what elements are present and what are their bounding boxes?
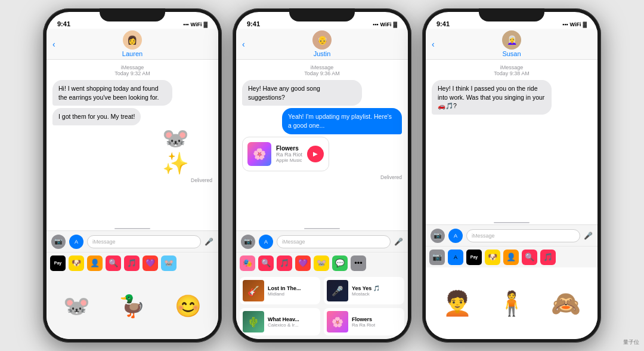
back-button-3[interactable]: ‹ <box>432 39 435 49</box>
battery-icon-3: ▓ <box>583 21 587 27</box>
scroll-indicator-1 <box>114 228 150 229</box>
music-item-4[interactable]: 🌸 Flowers Ra Ra Riot <box>324 308 404 335</box>
header-2: ‹ 👴 Justin <box>236 29 408 60</box>
memoji-3: 🙈 <box>545 282 587 324</box>
status-icons-3: ▪▪▪ WiFi ▓ <box>562 21 587 27</box>
heart-icon[interactable]: 💜 <box>143 255 158 271</box>
input-field-1[interactable]: iMessage <box>87 235 201 248</box>
face-icon[interactable]: 👤 <box>87 255 103 271</box>
music-item-3[interactable]: 🌵 What Heav... Calexico & Ir... <box>240 308 320 335</box>
signal-icon-2: ▪▪▪ <box>373 21 379 27</box>
back-button-2[interactable]: ‹ <box>242 39 245 49</box>
music-bubble[interactable]: 🌸 Flowers Ra Ra Riot Apple Music ▶ <box>242 137 329 171</box>
signal-icon: ▪▪▪ <box>183 21 189 27</box>
input-placeholder-2: iMessage <box>282 239 305 245</box>
avatar-img-3: 👩‍🦳 <box>502 30 521 50</box>
input-field-3[interactable]: iMessage <box>466 229 580 242</box>
camera-app-icon[interactable]: 📷 <box>429 250 445 265</box>
memoji-panel: 🧑‍🦱 🧍 🙈 <box>426 267 597 339</box>
search-app-icon-2[interactable]: 🔍 <box>258 255 274 271</box>
music-thumb-1: 🎸 <box>243 280 264 301</box>
face-app-icon-3[interactable]: 👤 <box>503 250 519 265</box>
status-time-2: 9:41 <box>247 20 260 27</box>
status-time-3: 9:41 <box>436 20 450 27</box>
pay-app-icon[interactable]: Pay <box>466 250 482 265</box>
notch <box>100 8 165 21</box>
voice-icon-1[interactable]: 🎤 <box>205 238 213 246</box>
avatar-2: 👴 <box>312 30 332 50</box>
header-1: ‹ 👩 Lauren <box>47 29 218 60</box>
more-icon[interactable]: ••• <box>351 255 366 271</box>
voice-icon-3[interactable]: 🎤 <box>584 232 593 240</box>
memoji-2: 🧍 <box>491 282 532 324</box>
music-icon[interactable]: 🎵 <box>124 255 140 271</box>
music-item-1[interactable]: 🎸 Lost In The... Midland <box>240 277 320 304</box>
watermark: 量子位 <box>623 338 639 346</box>
avatar-1: 👩 <box>123 30 142 50</box>
input-bar-3: 📷 A iMessage 🎤 <box>426 224 597 246</box>
wifi-icon: WiFi <box>191 21 202 27</box>
phone-susan: 9:41 ▪▪▪ WiFi ▓ ‹ 👩‍🦳 Susan iMessage Tod… <box>422 8 601 343</box>
dog-icon[interactable]: 🐶 <box>69 255 84 271</box>
music-info-4: Flowers Ra Ra Riot <box>352 316 375 328</box>
music-artist: Ra Ra Riot <box>276 152 302 158</box>
appstore-app-icon[interactable]: A <box>448 250 463 265</box>
music-artist-2: Mostack <box>352 291 380 297</box>
music-item-2[interactable]: 🎤 Yes Yes 🎵 Mostack <box>324 277 404 304</box>
contact-name-2[interactable]: Justin <box>314 50 331 57</box>
bubble-app-icon[interactable]: 💬 <box>332 255 348 271</box>
music-app-icon[interactable]: 🎵 <box>277 255 292 271</box>
avatar-3: 👩‍🦳 <box>502 30 521 50</box>
messages-3: iMessage Today 9:38 AM Hey! I think I pa… <box>426 60 597 221</box>
music-app-icon-3[interactable]: 🎵 <box>540 250 556 265</box>
appstore-icon-1[interactable]: A <box>69 235 83 249</box>
bubble-received-2a: Hey! Have any good song suggestions? <box>242 80 362 106</box>
music-info: Flowers Ra Ra Riot Apple Music <box>276 145 302 163</box>
back-button-1[interactable]: ‹ <box>52 39 55 49</box>
input-placeholder-3: iMessage <box>472 233 495 239</box>
scroll-indicator-2 <box>304 228 340 229</box>
music-thumb-4: 🌸 <box>327 311 348 332</box>
mickey-icon[interactable]: 🐭 <box>161 255 177 271</box>
dog-app-icon-3[interactable]: 🐶 <box>485 250 500 265</box>
heart-app-icon[interactable]: 💜 <box>295 255 311 271</box>
imessage-label-2: iMessage Today 9:36 AM <box>242 64 402 76</box>
delivered-2: Delivered <box>242 174 402 180</box>
contact-name-1[interactable]: Lauren <box>122 50 143 57</box>
search-app-icon-3[interactable]: 🔍 <box>522 250 537 265</box>
music-thumb-2: 🎤 <box>327 280 348 301</box>
voice-icon-2[interactable]: 🎤 <box>394 238 403 246</box>
music-info-2: Yes Yes 🎵 Mostack <box>352 285 380 297</box>
search-app-icon[interactable]: 🔍 <box>106 255 121 271</box>
music-info-3: What Heav... Calexico & Ir... <box>268 316 299 328</box>
appstore-icon-3[interactable]: A <box>448 229 463 243</box>
play-button[interactable]: ▶ <box>307 146 324 162</box>
contact-info-1[interactable]: 👩 Lauren <box>122 30 143 57</box>
bubble-received-1a: Hi! I went shopping today and found the … <box>52 80 172 106</box>
camera-icon-2[interactable]: 📷 <box>241 235 255 249</box>
sticker-app-icon[interactable]: 🎭 <box>240 255 255 271</box>
app-row-1: Pay 🐶 👤 🔍 🎵 💜 🐭 <box>47 252 218 273</box>
notch-3 <box>479 8 544 21</box>
contact-name-3[interactable]: Susan <box>502 50 521 57</box>
camera-icon-3[interactable]: 📷 <box>431 229 445 243</box>
imessage-label-3: iMessage Today 9:38 AM <box>432 64 592 76</box>
music-title: Flowers <box>276 145 302 152</box>
applepay-icon[interactable]: Pay <box>50 255 66 271</box>
contact-info-3[interactable]: 👩‍🦳 Susan <box>502 30 521 57</box>
music-title-4: Flowers <box>352 316 375 322</box>
dog-app-icon[interactable]: 🐭 <box>314 255 329 271</box>
status-icons-1: ▪▪▪ WiFi ▓ <box>183 21 208 27</box>
bubble-received-1b: I got them for you. My treat! <box>52 108 141 125</box>
music-info-1: Lost In The... Midland <box>268 285 301 297</box>
music-thumb-3: 🌵 <box>243 311 264 332</box>
bubble-sent-2: Yeah! I'm updating my playlist. Here's a… <box>282 108 402 134</box>
contact-info-2[interactable]: 👴 Justin <box>312 30 332 57</box>
music-title-2: Yes Yes 🎵 <box>352 285 380 291</box>
appstore-icon-2[interactable]: A <box>259 235 273 249</box>
music-artist-3: Calexico & Ir... <box>268 322 299 328</box>
sticker-1: 🐭 <box>56 285 98 327</box>
camera-icon-1[interactable]: 📷 <box>51 235 66 249</box>
sticker-2: 🦆 <box>112 285 153 327</box>
input-field-2[interactable]: iMessage <box>277 235 391 248</box>
